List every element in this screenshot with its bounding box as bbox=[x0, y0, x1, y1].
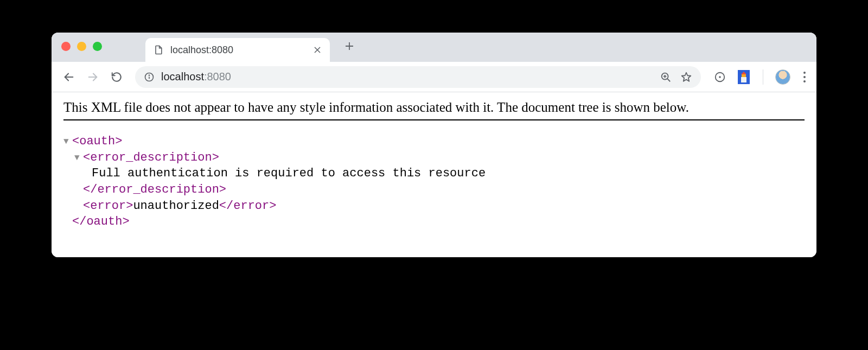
browser-tab[interactable]: localhost:8080 bbox=[145, 38, 330, 62]
svg-marker-13 bbox=[682, 72, 691, 81]
window-traffic-lights bbox=[61, 42, 102, 51]
svg-point-15 bbox=[719, 77, 720, 78]
svg-rect-18 bbox=[742, 74, 746, 77]
file-icon bbox=[153, 44, 164, 55]
xml-tree: ▼<oauth> ▼<error_description> Full authe… bbox=[63, 133, 805, 230]
toolbar-separator bbox=[763, 69, 763, 85]
back-button[interactable] bbox=[59, 67, 79, 87]
svg-rect-19 bbox=[741, 77, 746, 82]
xml-text-error: unauthorized bbox=[133, 199, 219, 213]
new-tab-button[interactable] bbox=[340, 36, 359, 56]
xml-tag: </oauth> bbox=[72, 215, 130, 228]
svg-line-10 bbox=[667, 79, 670, 81]
page-viewport: This XML file does not appear to have an… bbox=[52, 92, 816, 257]
browser-toolbar: localhost:8080 bbox=[52, 62, 816, 92]
url-text: localhost:8080 bbox=[161, 71, 231, 83]
site-info-icon[interactable] bbox=[144, 72, 155, 82]
xml-tag: </error> bbox=[219, 199, 277, 213]
forward-button[interactable] bbox=[83, 67, 103, 87]
xml-tag: </error_description> bbox=[83, 183, 226, 196]
browser-window: localhost:8080 bbox=[52, 33, 816, 257]
url-host: localhost bbox=[161, 71, 204, 82]
xml-tag: <oauth> bbox=[72, 135, 122, 148]
xml-node-error-description-close: </error_description> bbox=[83, 182, 805, 198]
disclosure-triangle-icon[interactable]: ▼ bbox=[74, 152, 83, 164]
extension-icon-1[interactable] bbox=[713, 70, 727, 84]
tab-close-button[interactable] bbox=[312, 45, 322, 55]
reload-button[interactable] bbox=[107, 67, 126, 87]
toolbar-extensions bbox=[713, 69, 809, 85]
zoom-icon[interactable] bbox=[660, 71, 672, 83]
browser-menu-button[interactable] bbox=[800, 72, 809, 82]
xml-tag: <error_description> bbox=[83, 151, 219, 164]
xml-tag: <error> bbox=[83, 199, 133, 213]
tab-title: localhost:8080 bbox=[170, 44, 306, 56]
lighthouse-extension-icon[interactable] bbox=[737, 70, 751, 84]
tab-strip: localhost:8080 bbox=[52, 33, 816, 62]
xml-node-oauth-close: </oauth> bbox=[72, 214, 805, 230]
xml-node-oauth-open: ▼<oauth> bbox=[63, 133, 805, 150]
address-bar[interactable]: localhost:8080 bbox=[135, 66, 701, 88]
window-zoom-button[interactable] bbox=[93, 42, 102, 51]
xml-text-error-description: Full authentication is required to acces… bbox=[92, 166, 805, 182]
xml-style-notice: This XML file does not appear to have an… bbox=[63, 100, 805, 120]
window-close-button[interactable] bbox=[61, 42, 71, 51]
bookmark-star-icon[interactable] bbox=[680, 71, 692, 83]
profile-avatar[interactable] bbox=[775, 69, 790, 85]
xml-node-error: <error>unauthorized</error> bbox=[83, 198, 805, 214]
url-port: :8080 bbox=[204, 71, 231, 82]
xml-node-error-description-open: ▼<error_description> bbox=[74, 150, 805, 166]
svg-point-8 bbox=[149, 75, 150, 75]
window-minimize-button[interactable] bbox=[77, 42, 86, 51]
disclosure-triangle-icon[interactable]: ▼ bbox=[63, 136, 72, 148]
